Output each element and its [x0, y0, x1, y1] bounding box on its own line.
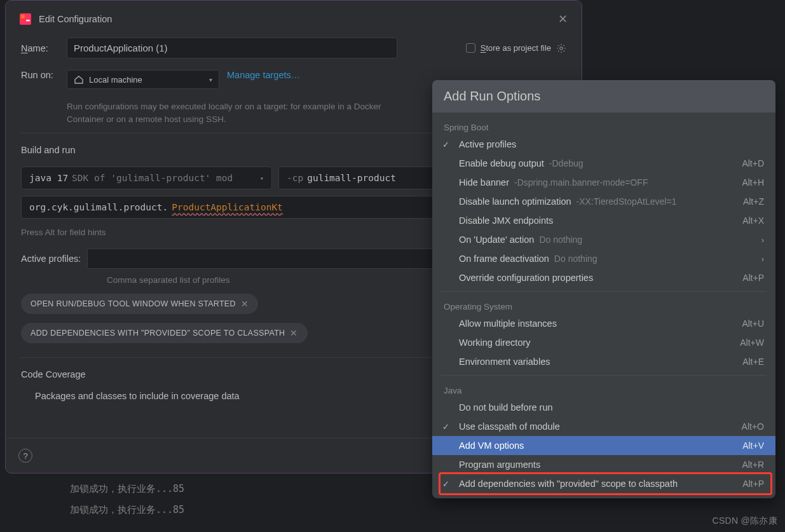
menu-separator: [441, 291, 767, 292]
chevron-down-icon: ▾: [209, 76, 212, 83]
menu-item-label: Disable launch optimization: [459, 196, 571, 207]
menu-item-label: Allow multiple instances: [459, 318, 557, 329]
tag-label: OPEN RUN/DEBUG TOOL WINDOW WHEN STARTED: [31, 299, 236, 308]
manage-targets-link[interactable]: Manage targets…: [227, 70, 300, 80]
menu-item-label: Use classpath of module: [459, 421, 560, 432]
menu-item-shortcut: Alt+Z: [743, 196, 764, 207]
run-on-select[interactable]: Local machine ▾: [67, 70, 219, 89]
menu-item-label: Active profiles: [459, 139, 516, 149]
option-tag-provided-scope[interactable]: ADD DEPENDENCIES WITH "PROVIDED" SCOPE T…: [21, 323, 308, 343]
jdk-select[interactable]: java 17 SDK of 'gulimall-product' mod ▾: [21, 167, 272, 189]
menu-item-label: Environment variables: [459, 357, 550, 367]
store-checkbox[interactable]: [466, 43, 475, 53]
menu-item-shortcut: Alt+P: [742, 273, 764, 283]
console-output: 加锁成功，执行业务...85 加锁成功，执行业务...85: [70, 479, 184, 521]
menu-item-label: Override configuration properties: [459, 273, 593, 283]
close-icon[interactable]: ✕: [290, 328, 297, 338]
run-hint: Run configurations may be executed local…: [67, 100, 397, 125]
menu-item[interactable]: ✓Active profiles: [432, 135, 775, 154]
menu-item[interactable]: Disable launch optimization-XX:TieredSto…: [432, 192, 775, 211]
menu-item[interactable]: Disable JMX endpointsAlt+X: [432, 211, 775, 230]
menu-item-label: Enable debug output: [459, 158, 544, 168]
check-icon: ✓: [442, 422, 449, 432]
popup-group-label: Spring Boot: [432, 116, 775, 135]
menu-item[interactable]: Environment variablesAlt+E: [432, 352, 775, 371]
menu-item-shortcut: Alt+O: [742, 421, 764, 432]
option-tag-open-tool-window[interactable]: OPEN RUN/DEBUG TOOL WINDOW WHEN STARTED …: [21, 294, 258, 314]
menu-item-shortcut: Alt+R: [742, 460, 764, 470]
store-label: Store as project file: [481, 43, 551, 53]
menu-item[interactable]: Allow multiple instancesAlt+U: [432, 314, 775, 333]
menu-item-shortcut: Alt+H: [742, 177, 764, 188]
popup-title: Add Run Options: [432, 80, 775, 113]
gear-icon[interactable]: [556, 43, 566, 53]
run-on-value: Local machine: [89, 75, 142, 85]
svg-rect-1: [21, 15, 25, 18]
menu-item-shortcut: Alt+U: [742, 318, 764, 329]
chevron-right-icon: ›: [761, 235, 764, 245]
add-run-options-popup: Add Run Options Spring Boot✓Active profi…: [432, 80, 775, 498]
menu-item[interactable]: Program argumentsAlt+R: [432, 455, 775, 474]
dialog-title: Edit Configuration: [39, 14, 112, 24]
watermark: CSDN @陈亦康: [713, 515, 777, 527]
chevron-right-icon: ›: [761, 254, 764, 264]
menu-item-label: Program arguments: [459, 460, 540, 470]
home-icon: [74, 74, 84, 85]
menu-item-shortcut: Alt+W: [740, 338, 764, 348]
menu-item-shortcut: Alt+X: [742, 215, 764, 226]
run-on-label: Run on:: [21, 70, 59, 80]
menu-item-label: On frame deactivation: [459, 254, 549, 264]
chevron-down-icon: ▾: [260, 175, 264, 182]
menu-item[interactable]: Add VM optionsAlt+V: [432, 436, 775, 455]
menu-item-hint: -Ddebug: [549, 158, 584, 168]
sdk-hint: SDK of 'gulimall-product' mod: [72, 173, 233, 183]
help-button[interactable]: ?: [18, 449, 32, 463]
menu-item-label: Do not build before run: [459, 402, 553, 413]
menu-item-shortcut: Alt+V: [742, 440, 764, 451]
check-icon: ✓: [442, 479, 449, 489]
menu-item-label: On 'Update' action: [459, 235, 534, 245]
menu-item-label: Add VM options: [459, 440, 524, 451]
menu-item[interactable]: ✓Add dependencies with "provided" scope …: [432, 474, 775, 493]
menu-item-label: Hide banner: [459, 177, 509, 188]
close-icon[interactable]: ✕: [241, 299, 249, 309]
menu-item-hint: -XX:TieredStopAtLevel=1: [577, 196, 677, 207]
menu-item[interactable]: ✓Use classpath of moduleAlt+O: [432, 417, 775, 436]
active-profiles-label: Active profiles:: [21, 254, 81, 264]
java-version: java 17: [29, 173, 68, 183]
console-line: 加锁成功，执行业务...85: [70, 500, 184, 521]
menu-item-shortcut: Alt+P: [742, 479, 764, 489]
main-class-name: ProductApplicationKt: [172, 202, 283, 212]
menu-item-shortcut: Alt+D: [742, 158, 764, 168]
menu-item[interactable]: On frame deactivationDo nothing›: [432, 249, 775, 268]
menu-item[interactable]: Override configuration propertiesAlt+P: [432, 268, 775, 287]
cp-module: gulimall-product: [307, 173, 396, 183]
main-class-package: org.cyk.gulimall.product.: [29, 202, 168, 212]
svg-rect-2: [26, 20, 30, 21]
menu-item[interactable]: Hide banner-Dspring.main.banner-mode=OFF…: [432, 173, 775, 192]
name-input[interactable]: [67, 38, 397, 58]
intellij-icon: [20, 13, 31, 25]
cp-prefix: -cp: [287, 173, 303, 183]
console-line: 加锁成功，执行业务...85: [70, 479, 184, 500]
popup-group-label: Operating System: [432, 296, 775, 314]
menu-item[interactable]: Enable debug output-DdebugAlt+D: [432, 154, 775, 173]
menu-item-hint: Do nothing: [554, 254, 597, 264]
tag-label: ADD DEPENDENCIES WITH "PROVIDED" SCOPE T…: [31, 329, 285, 338]
menu-item[interactable]: Working directoryAlt+W: [432, 333, 775, 352]
name-label: Name:: [21, 43, 59, 53]
svg-point-3: [560, 46, 563, 49]
menu-separator: [441, 375, 767, 376]
menu-item-label: Disable JMX endpoints: [459, 215, 553, 226]
popup-group-label: Java: [432, 379, 775, 398]
menu-item[interactable]: On 'Update' actionDo nothing›: [432, 230, 775, 249]
close-icon[interactable]: ✕: [558, 12, 568, 26]
menu-item-label: Working directory: [459, 338, 531, 348]
menu-item-shortcut: Alt+E: [742, 357, 764, 367]
menu-item[interactable]: Do not build before run: [432, 398, 775, 417]
menu-item-label: Add dependencies with "provided" scope t…: [459, 479, 678, 489]
menu-item-hint: Do nothing: [539, 235, 582, 245]
check-icon: ✓: [442, 140, 449, 149]
menu-item-hint: -Dspring.main.banner-mode=OFF: [514, 177, 648, 188]
